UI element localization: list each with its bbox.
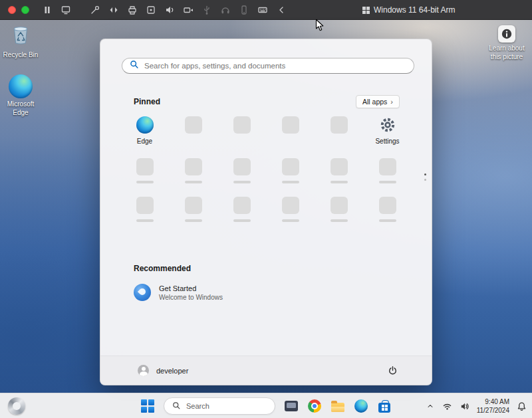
placeholder-tile-label	[331, 181, 348, 183]
placeholder-tile-label	[136, 219, 154, 222]
recommended-item-get-started[interactable]: Get Started Welcome to Windows	[134, 284, 223, 301]
pinned-app-placeholder	[221, 116, 263, 145]
printer-icon[interactable]	[126, 5, 138, 16]
display-settings-icon[interactable]	[60, 5, 71, 16]
taskbar-clock[interactable]: 9:40 AM 11/27/2024	[477, 397, 509, 415]
vm-tools	[41, 0, 287, 20]
headset-icon[interactable]	[219, 5, 231, 16]
tray-overflow-chevron-icon[interactable]	[425, 401, 436, 411]
taskbar-app-file-explorer[interactable]	[331, 399, 345, 413]
navigation-arrows-icon[interactable]	[108, 5, 119, 16]
desktop-icon-label: Recycle Bin	[3, 51, 39, 60]
placeholder-tile-label	[233, 219, 251, 222]
pinned-apps-grid: Edge Settings	[120, 116, 412, 222]
search-icon	[130, 60, 139, 72]
desktop-wallpaper: Recycle Bin Microsoft Edge Learn about t…	[0, 20, 532, 393]
pinned-app-placeholder	[172, 197, 215, 222]
placeholder-tile-icon	[185, 158, 202, 175]
placeholder-tile-icon	[233, 158, 251, 175]
notification-bell-icon[interactable]	[516, 401, 527, 411]
collapse-toolbar-icon[interactable]	[275, 5, 287, 16]
recycle-bin-icon	[9, 23, 32, 49]
close-window-button[interactable]	[8, 6, 16, 14]
all-apps-button[interactable]: All apps ›	[356, 95, 400, 108]
taskbar-app-store[interactable]	[377, 399, 392, 413]
pinned-page-indicator[interactable]	[424, 173, 426, 181]
clock-date: 11/27/2024	[477, 406, 509, 415]
placeholder-tile-icon	[185, 197, 202, 214]
chevron-right-icon: ›	[390, 98, 393, 106]
placeholder-tile-icon	[379, 158, 396, 175]
folder-icon	[331, 403, 344, 412]
start-button[interactable]	[140, 399, 155, 413]
taskbar-search-label: Search	[186, 402, 209, 410]
pinned-app-placeholder	[221, 197, 263, 222]
pinned-app-placeholder	[318, 116, 360, 145]
placeholder-tile-icon	[233, 197, 251, 214]
pinned-app-edge[interactable]: Edge	[124, 116, 166, 145]
picture-info-icon	[498, 25, 515, 43]
network-icon[interactable]	[442, 401, 453, 411]
keyboard-icon[interactable]	[257, 5, 268, 16]
pinned-app-placeholder	[124, 197, 166, 222]
placeholder-tile-icon	[331, 116, 348, 134]
desktop-icon-learn-about-picture[interactable]: Learn about this picture	[486, 25, 527, 61]
desktop-icon-recycle-bin[interactable]: Recycle Bin	[0, 23, 41, 60]
placeholder-tile-label	[331, 219, 348, 222]
pinned-app-placeholder	[318, 197, 360, 222]
pause-vm-icon[interactable]	[41, 5, 53, 16]
volume-icon[interactable]	[460, 401, 470, 411]
mobile-device-icon[interactable]	[238, 5, 249, 16]
pinned-app-placeholder	[172, 116, 215, 145]
placeholder-tile-icon	[379, 197, 396, 214]
sound-icon[interactable]	[164, 5, 175, 16]
get-started-icon	[134, 284, 151, 301]
windows-start-icon	[141, 399, 154, 413]
widgets-button[interactable]	[8, 397, 25, 415]
start-search-box[interactable]	[122, 58, 414, 74]
taskbar-app-edge[interactable]	[354, 399, 368, 413]
placeholder-tile-label	[136, 181, 154, 183]
edge-icon	[9, 74, 33, 98]
placeholder-tile-label	[282, 181, 299, 183]
placeholder-tile-icon	[331, 158, 348, 175]
tools-wrench-icon[interactable]	[89, 5, 100, 16]
power-button[interactable]	[385, 364, 400, 378]
pinned-app-placeholder	[124, 158, 166, 183]
pinned-app-placeholder	[366, 158, 409, 183]
pinned-app-label: Settings	[375, 138, 399, 145]
taskbar-app-chrome[interactable]	[307, 399, 322, 413]
taskbar-search-box[interactable]: Search	[164, 397, 275, 415]
recommended-item-subtitle: Welcome to Windows	[159, 294, 223, 301]
all-apps-label: All apps	[362, 98, 387, 106]
start-search-input[interactable]	[144, 62, 406, 70]
recommended-label: Recommended	[134, 264, 191, 273]
removable-disk-icon[interactable]	[145, 5, 156, 16]
search-icon	[172, 401, 181, 411]
vm-title-text: Windows 11 64-bit Arm	[374, 5, 456, 15]
edge-icon	[136, 116, 154, 134]
pinned-app-placeholder	[172, 158, 215, 183]
camera-icon[interactable]	[182, 5, 194, 16]
user-profile-button[interactable]: developer	[138, 365, 188, 376]
chrome-icon	[308, 399, 321, 413]
placeholder-tile-icon	[282, 116, 299, 134]
recommended-section-header: Recommended	[134, 262, 191, 274]
placeholder-tile-icon	[233, 116, 251, 134]
taskbar-app-monitor[interactable]	[284, 399, 299, 413]
placeholder-tile-label	[379, 219, 396, 222]
user-avatar	[138, 365, 149, 376]
start-menu-footer: developer	[100, 356, 432, 385]
pinned-app-placeholder	[269, 158, 312, 183]
zoom-window-button[interactable]	[21, 6, 29, 14]
pinned-label: Pinned	[134, 97, 160, 106]
placeholder-tile-icon	[136, 197, 154, 214]
microsoft-store-icon	[378, 403, 390, 413]
desktop-icon-edge[interactable]: Microsoft Edge	[0, 74, 41, 117]
vm-toolbar: Windows 11 64-bit Arm	[0, 0, 532, 20]
pinned-app-settings[interactable]: Settings	[366, 116, 409, 145]
settings-gear-icon	[379, 116, 396, 134]
placeholder-tile-icon	[185, 116, 202, 134]
usb-icon[interactable]	[201, 5, 212, 16]
system-tray: 9:40 AM 11/27/2024	[425, 393, 527, 418]
